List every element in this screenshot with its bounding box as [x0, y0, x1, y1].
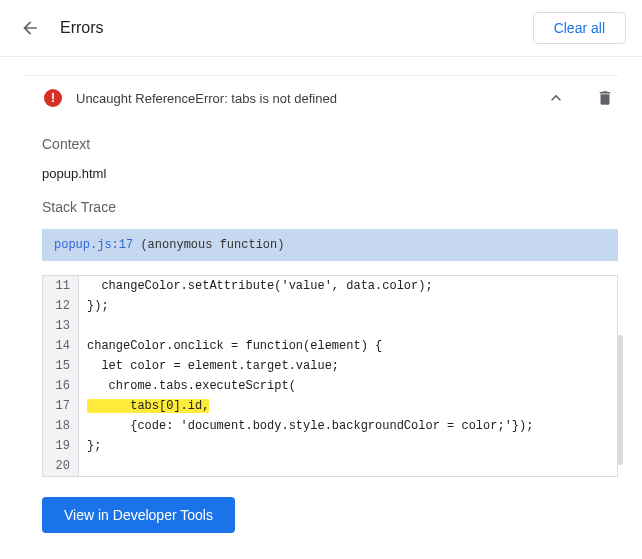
scrollbar[interactable]: [617, 335, 623, 465]
context-label: Context: [42, 136, 618, 152]
line-number: 15: [43, 356, 79, 376]
code-line: [79, 316, 618, 336]
code-row: 20: [43, 456, 618, 477]
line-number: 18: [43, 416, 79, 436]
code-row: 16 chrome.tabs.executeScript(: [43, 376, 618, 396]
page-title: Errors: [60, 19, 104, 37]
chevron-up-icon[interactable]: [546, 88, 566, 108]
line-number: 14: [43, 336, 79, 356]
line-number: 13: [43, 316, 79, 336]
code-row: 14changeColor.onclick = function(element…: [43, 336, 618, 356]
trash-icon[interactable]: [596, 89, 614, 107]
header-bar: Errors Clear all: [0, 0, 642, 57]
stack-trace-location: popup.js:17: [54, 238, 133, 252]
line-number: 12: [43, 296, 79, 316]
code-container: 11 changeColor.setAttribute('value', dat…: [42, 275, 618, 477]
error-item-row[interactable]: ! Uncaught ReferenceError: tabs is not d…: [24, 75, 618, 126]
code-row: 13: [43, 316, 618, 336]
view-devtools-button[interactable]: View in Developer Tools: [42, 497, 235, 533]
stack-trace-function: (anonymous function): [140, 238, 284, 252]
clear-all-button[interactable]: Clear all: [533, 12, 626, 44]
code-line: chrome.tabs.executeScript(: [79, 376, 618, 396]
code-line: let color = element.target.value;: [79, 356, 618, 376]
line-number: 16: [43, 376, 79, 396]
code-table: 11 changeColor.setAttribute('value', dat…: [42, 275, 618, 477]
code-line: changeColor.setAttribute('value', data.c…: [79, 276, 618, 297]
error-row-left: ! Uncaught ReferenceError: tabs is not d…: [44, 89, 337, 107]
code-row: 18 {code: 'document.body.style.backgroun…: [43, 416, 618, 436]
error-message: Uncaught ReferenceError: tabs is not def…: [76, 91, 337, 106]
code-line: };: [79, 436, 618, 456]
code-row: 12});: [43, 296, 618, 316]
line-number: 17: [43, 396, 79, 416]
error-icon: !: [44, 89, 62, 107]
code-row: 17 tabs[0].id,: [43, 396, 618, 416]
line-number: 11: [43, 276, 79, 297]
error-row-right: [546, 88, 614, 108]
code-line: tabs[0].id,: [79, 396, 618, 416]
code-line: {code: 'document.body.style.backgroundCo…: [79, 416, 618, 436]
line-number: 19: [43, 436, 79, 456]
code-row: 19};: [43, 436, 618, 456]
content-area: ! Uncaught ReferenceError: tabs is not d…: [0, 57, 642, 557]
header-left: Errors: [20, 18, 104, 38]
stack-trace-label: Stack Trace: [42, 199, 618, 215]
code-line: });: [79, 296, 618, 316]
line-number: 20: [43, 456, 79, 477]
back-arrow-icon[interactable]: [20, 18, 40, 38]
code-line: changeColor.onclick = function(element) …: [79, 336, 618, 356]
stack-trace-header[interactable]: popup.js:17 (anonymous function): [42, 229, 618, 261]
code-line: [79, 456, 618, 477]
context-file: popup.html: [42, 166, 618, 181]
code-row: 11 changeColor.setAttribute('value', dat…: [43, 276, 618, 297]
code-row: 15 let color = element.target.value;: [43, 356, 618, 376]
